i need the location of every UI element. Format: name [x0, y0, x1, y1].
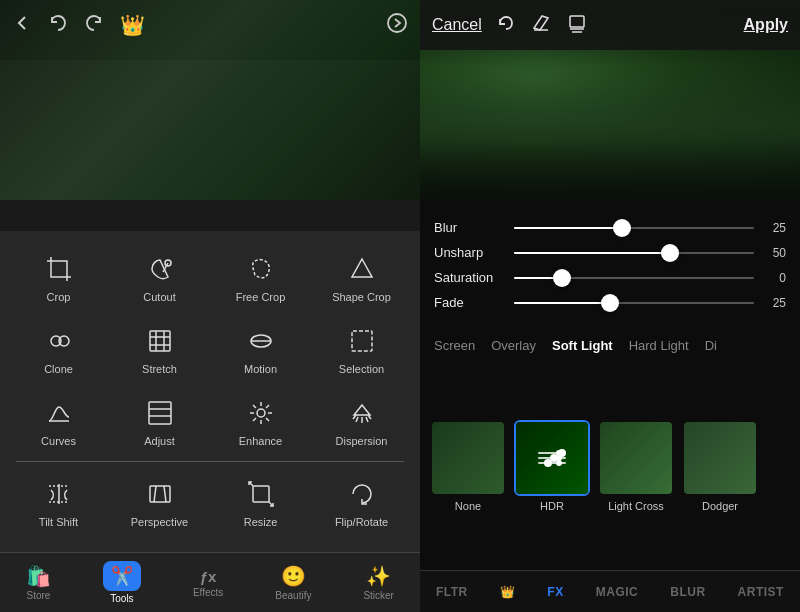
svg-rect-13: [352, 331, 372, 351]
clone-icon: [41, 323, 77, 359]
store-icon: 🛍️: [26, 564, 51, 588]
fade-label: Fade: [434, 295, 506, 310]
selection-icon: [344, 323, 380, 359]
blur-track[interactable]: [514, 227, 754, 229]
saturation-track[interactable]: [514, 277, 754, 279]
tab-sticker[interactable]: ✨ Sticker: [355, 560, 402, 605]
tool-resize[interactable]: Resize: [216, 468, 306, 536]
fade-track[interactable]: [514, 302, 754, 304]
blend-modes-row: Screen Overlay Soft Light Hard Light Di: [420, 330, 800, 361]
layers-icon[interactable]: [566, 12, 588, 39]
tab-store[interactable]: 🛍️ Store: [18, 560, 59, 605]
unsharp-slider-row: Unsharp 50: [434, 245, 786, 260]
forward-icon[interactable]: [386, 12, 408, 39]
preset-light-cross[interactable]: Light Cross: [598, 420, 674, 512]
tool-dispersion[interactable]: Dispersion: [317, 387, 407, 455]
left-top-nav: 👑: [0, 0, 420, 50]
redo-icon[interactable]: [84, 13, 104, 38]
refresh-icon[interactable]: [496, 13, 516, 38]
tool-enhance[interactable]: Enhance: [216, 387, 306, 455]
free-crop-label: Free Crop: [236, 291, 286, 303]
tool-clone[interactable]: Clone: [14, 315, 104, 383]
svg-line-35: [164, 486, 166, 502]
undo-icon[interactable]: [48, 13, 68, 38]
eraser-icon[interactable]: [530, 12, 552, 39]
perspective-label: Perspective: [131, 516, 188, 528]
svg-rect-40: [570, 16, 584, 27]
shape-crop-icon: [344, 251, 380, 287]
dispersion-label: Dispersion: [336, 435, 388, 447]
rtab-magic[interactable]: MAGIC: [596, 585, 639, 599]
tools-row-4: Tilt Shift Perspective Resize Flip/Rotat…: [8, 468, 412, 536]
tool-tilt-shift[interactable]: Tilt Shift: [14, 468, 104, 536]
tool-perspective[interactable]: Perspective: [115, 468, 205, 536]
saturation-thumb[interactable]: [553, 269, 571, 287]
cutout-icon: [142, 251, 178, 287]
tab-effects[interactable]: ƒx Effects: [185, 564, 231, 602]
rtab-fx[interactable]: FX: [547, 585, 563, 599]
clone-label: Clone: [44, 363, 73, 375]
preset-none-thumb: [430, 420, 506, 496]
crown-icon[interactable]: 👑: [120, 13, 145, 37]
tools-row-1: Crop Cutout Free Crop Shape Crop: [8, 243, 412, 311]
free-crop-icon: [243, 251, 279, 287]
blur-thumb[interactable]: [613, 219, 631, 237]
blend-di[interactable]: Di: [705, 338, 717, 353]
blend-hard-light[interactable]: Hard Light: [629, 338, 689, 353]
preset-none[interactable]: None: [430, 420, 506, 512]
unsharp-track[interactable]: [514, 252, 754, 254]
effects-icon: ƒx: [200, 568, 217, 585]
blend-soft-light[interactable]: Soft Light: [552, 338, 613, 353]
unsharp-thumb[interactable]: [661, 244, 679, 262]
flip-rotate-label: Flip/Rotate: [335, 516, 388, 528]
rtab-blur[interactable]: BLUR: [670, 585, 705, 599]
tool-selection[interactable]: Selection: [317, 315, 407, 383]
rtab-fltr[interactable]: FLTR: [436, 585, 468, 599]
right-panel: Cancel Apply: [420, 0, 800, 612]
tool-crop[interactable]: Crop: [14, 243, 104, 311]
cancel-button[interactable]: Cancel: [432, 16, 482, 34]
preset-hdr[interactable]: HDR: [514, 420, 590, 512]
svg-line-23: [253, 405, 256, 408]
saturation-label: Saturation: [434, 270, 506, 285]
rtab-artist[interactable]: ARTIST: [738, 585, 784, 599]
preset-dodger[interactable]: Dodger: [682, 420, 758, 512]
blur-slider-row: Blur 25: [434, 220, 786, 235]
back-icon[interactable]: [12, 13, 32, 38]
tools-divider: [16, 461, 404, 462]
tab-tools[interactable]: ✂️ Tools: [95, 557, 149, 608]
tab-beautify[interactable]: 🙂 Beautify: [267, 560, 319, 605]
sticker-label: Sticker: [363, 590, 394, 601]
left-panel: 👑 Crop Cutout: [0, 0, 420, 612]
svg-rect-33: [150, 486, 170, 502]
tool-curves[interactable]: Curves: [14, 387, 104, 455]
perspective-icon: [142, 476, 178, 512]
tool-flip-rotate[interactable]: Flip/Rotate: [317, 468, 407, 536]
tool-cutout[interactable]: Cutout: [115, 243, 205, 311]
tool-motion[interactable]: Motion: [216, 315, 306, 383]
blend-overlay[interactable]: Overlay: [491, 338, 536, 353]
unsharp-fill: [514, 252, 670, 254]
tool-stretch[interactable]: Stretch: [115, 315, 205, 383]
svg-line-30: [366, 417, 368, 422]
tools-label: Tools: [110, 593, 133, 604]
saturation-slider-row: Saturation 0: [434, 270, 786, 285]
blend-screen[interactable]: Screen: [434, 338, 475, 353]
crop-label: Crop: [47, 291, 71, 303]
svg-line-34: [154, 486, 156, 502]
tool-shape-crop[interactable]: Shape Crop: [317, 243, 407, 311]
svg-line-25: [266, 405, 269, 408]
fade-value: 25: [762, 296, 786, 310]
motion-label: Motion: [244, 363, 277, 375]
fade-thumb[interactable]: [601, 294, 619, 312]
stretch-icon: [142, 323, 178, 359]
rtab-crown[interactable]: 👑: [500, 585, 516, 599]
svg-rect-36: [253, 486, 269, 502]
apply-button[interactable]: Apply: [744, 16, 788, 34]
tool-adjust[interactable]: Adjust: [115, 387, 205, 455]
unsharp-label: Unsharp: [434, 245, 506, 260]
selection-label: Selection: [339, 363, 384, 375]
tool-free-crop[interactable]: Free Crop: [216, 243, 306, 311]
resize-icon: [243, 476, 279, 512]
tools-icon: ✂️: [111, 566, 133, 586]
